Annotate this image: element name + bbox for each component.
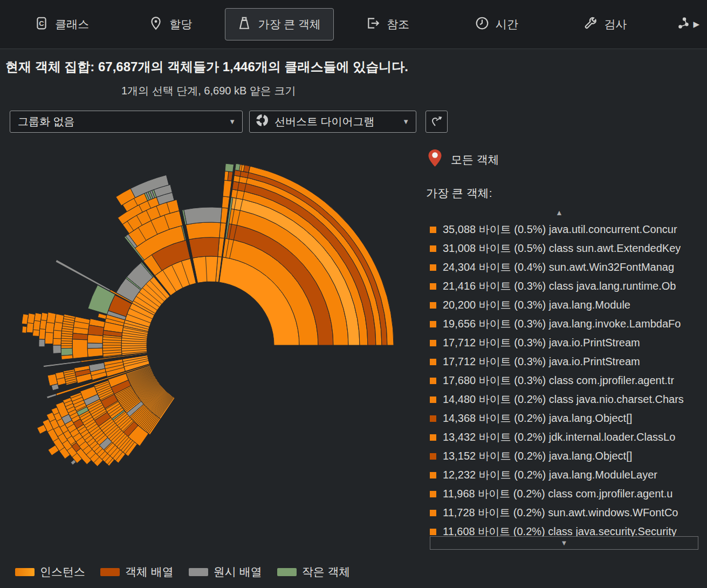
list-item[interactable]: 19,656 바이트 (0.3%) java.lang.invoke.Lambd… [430, 314, 698, 333]
sunburst-chart[interactable] [0, 139, 421, 557]
legend-label: 객체 배열 [125, 564, 174, 579]
list-item[interactable]: 35,088 바이트 (0.5%) java.util.concurrent.C… [430, 220, 698, 239]
current-object-set-title: 현재 객체 집합: 67,687개의 객체들가 1,446개의 클래스들에 있습… [5, 58, 408, 76]
list-item-label: 17,712 바이트 (0.3%) java.io.PrintStream [443, 336, 640, 350]
scroll-down-button[interactable]: ▼ [430, 536, 698, 550]
list-item[interactable]: 24,304 바이트 (0.4%) sun.awt.Win32FontManag [430, 258, 698, 277]
tab-1[interactable]: C클래스 [8, 8, 116, 40]
list-item[interactable]: 11,968 바이트 (0.2%) class com.jprofiler.ag… [430, 484, 698, 503]
list-item-label: 13,432 바이트 (0.2%) jdk.internal.loader.Cl… [443, 430, 675, 445]
sunburst-segment[interactable] [189, 237, 219, 258]
sunburst-segment[interactable] [53, 345, 61, 353]
sunburst-segment[interactable] [72, 333, 88, 340]
list-item[interactable]: 14,480 바이트 (0.2%) class java.nio.charset… [430, 390, 698, 409]
list-item[interactable]: 11,608 바이트 (0.2%) class java.security.Se… [430, 522, 698, 537]
list-item[interactable]: 21,416 바이트 (0.3%) class java.lang.runtim… [430, 277, 698, 296]
sunburst-segment[interactable] [235, 163, 241, 170]
sunburst-segment[interactable] [224, 171, 229, 181]
legend-label: 인스턴스 [40, 564, 85, 579]
sunburst-segment[interactable] [184, 207, 222, 224]
legend-item: 작은 객체 [277, 564, 351, 579]
tab-label: 참조 [387, 17, 409, 32]
sunburst-segment[interactable] [22, 326, 27, 333]
list-item-label: 19,656 바이트 (0.3%) java.lang.invoke.Lambd… [443, 317, 681, 331]
list-item-label: 14,368 바이트 (0.2%) java.lang.Object[] [443, 411, 632, 426]
list-item[interactable]: 11,728 바이트 (0.2%) sun.awt.windows.WFontC… [430, 503, 698, 522]
list-item[interactable]: 17,712 바이트 (0.3%) java.io.PrintStream [430, 333, 698, 352]
list-item-label: 17,712 바이트 (0.3%) java.io.PrintStream [443, 354, 640, 369]
wrench-icon [584, 16, 598, 33]
object-bullet-icon [430, 264, 436, 271]
legend-item: 객체 배열 [100, 564, 174, 579]
tab-2[interactable]: 할당 [116, 8, 225, 40]
list-item-label: 11,608 바이트 (0.2%) class java.security.Se… [443, 524, 677, 537]
sunburst-segment[interactable] [73, 317, 90, 334]
sunburst-segment[interactable] [193, 256, 218, 283]
object-bullet-icon [430, 321, 436, 327]
legend-swatch [100, 568, 120, 576]
weight-icon [237, 16, 251, 33]
sunburst-segment[interactable] [39, 339, 45, 347]
object-bullet-icon [430, 510, 436, 516]
sunburst-segment[interactable] [72, 339, 88, 359]
list-item[interactable]: 13,432 바이트 (0.2%) jdk.internal.loader.Cl… [430, 428, 698, 447]
object-bullet-icon [430, 302, 436, 309]
object-bullet-icon [430, 340, 436, 346]
sunburst-segment[interactable] [186, 222, 221, 240]
map-marker-icon [428, 149, 442, 170]
list-item[interactable]: 31,008 바이트 (0.5%) class sun.awt.Extended… [430, 239, 698, 258]
tab-4[interactable]: 참조 [334, 8, 443, 40]
list-item-label: 11,728 바이트 (0.2%) sun.awt.windows.WFontC… [443, 505, 678, 520]
scroll-up-arrow[interactable]: ▲ [555, 208, 563, 217]
object-bullet-icon [430, 245, 436, 252]
chevron-down-icon: ▼ [402, 118, 409, 126]
legend-item: 원시 배열 [189, 564, 262, 579]
list-item[interactable]: 20,200 바이트 (0.3%) java.lang.Module [430, 296, 698, 314]
legend-swatch [15, 568, 35, 576]
more-views-button[interactable]: ▶ [660, 16, 699, 32]
sunburst-segment[interactable] [61, 355, 73, 360]
object-bullet-icon [430, 378, 436, 384]
biggest-objects-list-title: 가장 큰 객체: [426, 186, 492, 201]
overflow-arrow-icon: ▶ [693, 19, 699, 29]
list-item[interactable]: 14,368 바이트 (0.2%) java.lang.Object[] [430, 409, 698, 428]
list-item-label: 11,968 바이트 (0.2%) class com.jprofiler.ag… [443, 487, 672, 501]
sunburst-segment[interactable] [87, 334, 103, 343]
list-item-label: 12,232 바이트 (0.2%) java.lang.ModuleLayer [443, 468, 657, 482]
sunburst-segment[interactable] [87, 348, 103, 357]
list-item-label: 14,480 바이트 (0.2%) class java.nio.charset… [443, 392, 684, 407]
sunburst-segment[interactable] [223, 180, 231, 197]
list-item-label: 17,680 바이트 (0.3%) class com.jprofiler.ag… [443, 373, 674, 388]
tab-6[interactable]: 검사 [551, 8, 660, 40]
list-item[interactable]: 17,680 바이트 (0.3%) class com.jprofiler.ag… [430, 371, 698, 390]
object-bullet-icon [430, 396, 436, 403]
view-type-dropdown-value: 선버스트 다이어그램 [274, 114, 375, 129]
sunburst-segment[interactable] [47, 394, 57, 399]
grouping-dropdown-value: 그룹화 없음 [18, 114, 75, 129]
sunburst-segment[interactable] [61, 348, 73, 355]
object-bullet-icon [430, 434, 436, 441]
object-bullet-icon [430, 283, 436, 290]
sunburst-segment[interactable] [222, 196, 229, 208]
list-item[interactable]: 13,152 바이트 (0.2%) java.lang.Object[] [430, 447, 698, 466]
marker-row: 모든 객체 [428, 149, 499, 170]
tab-3[interactable]: 가장 큰 객체 [225, 8, 334, 40]
sunburst-segment[interactable] [43, 361, 81, 367]
sunburst-segment[interactable] [225, 163, 234, 172]
legend-label: 작은 객체 [302, 564, 351, 579]
tab-5[interactable]: 시간 [442, 8, 551, 40]
list-item-label: 21,416 바이트 (0.3%) class java.lang.runtim… [443, 279, 676, 293]
object-bullet-icon [430, 453, 436, 460]
sunburst-segment[interactable] [56, 259, 111, 291]
legend-swatch [189, 568, 208, 576]
marker-arrow-icon [430, 114, 443, 129]
list-item[interactable]: 17,712 바이트 (0.3%) java.io.PrintStream [430, 352, 698, 371]
grouping-dropdown[interactable]: 그룹화 없음 ▼ [10, 111, 243, 133]
list-item[interactable]: 12,232 바이트 (0.2%) java.lang.ModuleLayer [430, 466, 698, 484]
sunburst-segment[interactable] [98, 313, 106, 319]
clock-icon [475, 16, 489, 33]
mark-current-values-button[interactable] [425, 111, 448, 133]
sunburst-segment[interactable] [87, 343, 102, 348]
view-type-dropdown[interactable]: 선버스트 다이어그램 ▼ [249, 111, 416, 133]
list-item-label: 20,200 바이트 (0.3%) java.lang.Module [443, 298, 630, 312]
